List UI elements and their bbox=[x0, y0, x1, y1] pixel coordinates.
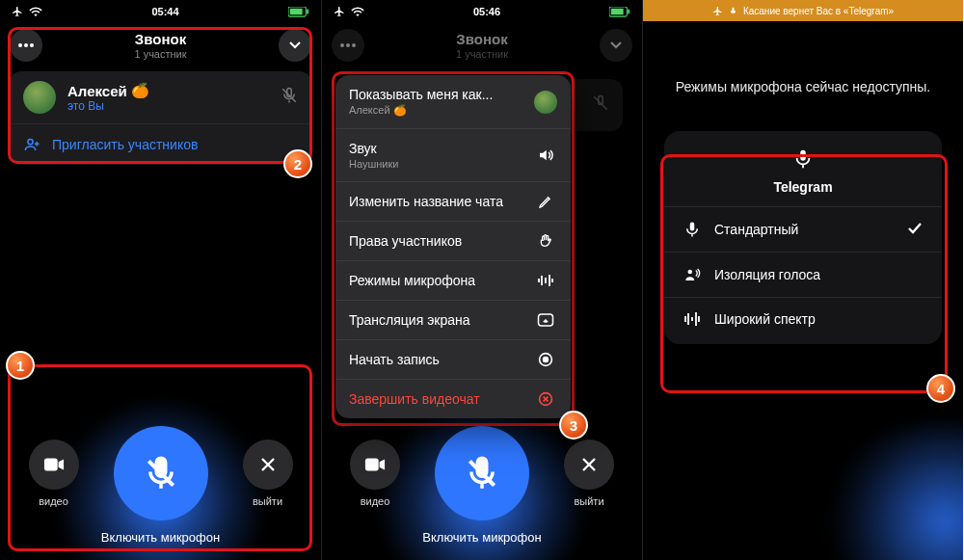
mode-label: Широкий спектр bbox=[714, 311, 816, 327]
svg-point-5 bbox=[30, 43, 34, 47]
battery-icon bbox=[288, 7, 309, 17]
speaker-icon bbox=[534, 147, 557, 164]
menu-rename[interactable]: Изменить название чата bbox=[335, 182, 571, 222]
call-header: Звонок 1 участник bbox=[332, 29, 632, 62]
person-voice-icon bbox=[683, 266, 701, 283]
record-icon bbox=[534, 352, 557, 367]
return-banner[interactable]: Касание вернет Вас в «Telegram» bbox=[643, 0, 963, 21]
mic-modes-unavailable-toast: Режимы микрофона сейчас недоступны. bbox=[643, 21, 963, 114]
phone-screenshot-1: 05:44 Звонок 1 участник Алексей🍊 это Вы bbox=[0, 0, 321, 560]
menu-label: Показывать меня как... bbox=[349, 87, 493, 102]
leave-label: выйти bbox=[574, 495, 603, 507]
invite-label: Пригласить участников bbox=[52, 137, 198, 152]
leave-button[interactable]: выйти bbox=[564, 440, 614, 507]
svg-rect-7 bbox=[43, 459, 57, 471]
call-title: Звонок bbox=[364, 31, 600, 47]
more-button[interactable] bbox=[332, 29, 364, 62]
menu-sound[interactable]: ЗвукНаушники bbox=[335, 129, 571, 182]
check-icon bbox=[907, 222, 923, 238]
participant-emoji: 🍊 bbox=[131, 82, 149, 99]
call-header: Звонок 1 участник bbox=[10, 29, 311, 62]
menu-rights[interactable]: Права участников bbox=[335, 222, 571, 261]
spectrum-icon bbox=[683, 311, 701, 327]
more-menu-popover: Показывать меня как...Алексей 🍊 ЗвукНауш… bbox=[335, 75, 571, 418]
menu-mic-modes[interactable]: Режимы микрофона bbox=[335, 261, 571, 301]
participant-row[interactable]: Алексей🍊 это Вы bbox=[10, 71, 311, 123]
marker-1: 1 bbox=[6, 351, 35, 380]
collapse-button[interactable] bbox=[279, 29, 311, 62]
person-add-icon bbox=[23, 136, 40, 153]
svg-point-4 bbox=[24, 43, 28, 47]
mic-status-label: Включить микрофон bbox=[322, 530, 642, 545]
battery-icon bbox=[609, 7, 630, 17]
marker-4: 4 bbox=[926, 374, 955, 403]
menu-label: Режимы микрофона bbox=[349, 273, 475, 288]
airplane-icon bbox=[712, 6, 723, 16]
controls-area: видео выйти Включить микрофон bbox=[322, 407, 642, 560]
leave-label: выйти bbox=[253, 495, 282, 507]
menu-sublabel: Алексей 🍊 bbox=[349, 104, 493, 117]
menu-end[interactable]: Завершить видеочат bbox=[335, 380, 571, 418]
ellipsis-icon bbox=[17, 43, 35, 47]
mic-glow bbox=[819, 425, 963, 560]
more-button[interactable] bbox=[10, 29, 42, 62]
svg-rect-2 bbox=[307, 9, 308, 13]
collapse-button[interactable] bbox=[600, 29, 632, 62]
marker-3: 3 bbox=[559, 411, 588, 440]
menu-display-as[interactable]: Показывать меня как...Алексей 🍊 bbox=[335, 75, 571, 129]
mic-status-label: Включить микрофон bbox=[0, 530, 321, 545]
menu-label: Звук bbox=[349, 141, 398, 156]
mic-off-icon bbox=[143, 455, 179, 492]
mode-label: Стандартный bbox=[714, 222, 798, 237]
menu-screencast[interactable]: Трансляция экрана bbox=[335, 301, 571, 340]
svg-point-13 bbox=[352, 43, 356, 47]
wifi-icon bbox=[351, 7, 364, 16]
svg-rect-1 bbox=[290, 8, 303, 13]
participant-sub: это Вы bbox=[67, 99, 149, 113]
svg-point-11 bbox=[340, 43, 344, 47]
svg-rect-18 bbox=[365, 459, 379, 471]
mic-icon bbox=[729, 6, 737, 16]
pencil-icon bbox=[534, 194, 557, 209]
video-button[interactable]: видео bbox=[29, 440, 79, 507]
video-label: видео bbox=[39, 495, 68, 507]
mic-button[interactable] bbox=[435, 426, 529, 520]
menu-label: Трансляция экрана bbox=[349, 312, 470, 328]
leave-button[interactable]: выйти bbox=[243, 440, 293, 507]
video-label: видео bbox=[361, 495, 390, 507]
menu-record[interactable]: Начать запись bbox=[335, 340, 571, 380]
participant-name: Алексей bbox=[67, 83, 127, 99]
call-subtitle: 1 участник bbox=[364, 48, 600, 60]
menu-label: Начать запись bbox=[349, 352, 440, 367]
chevron-down-icon bbox=[288, 40, 302, 50]
svg-point-6 bbox=[28, 139, 33, 144]
mic-button[interactable] bbox=[114, 426, 208, 520]
svg-point-12 bbox=[346, 43, 350, 47]
mic-mode-voice-isolation[interactable]: Изоляция голоса bbox=[664, 252, 942, 297]
menu-label: Завершить видеочат bbox=[349, 391, 480, 407]
airplane-icon bbox=[12, 6, 23, 17]
marker-2: 2 bbox=[283, 149, 312, 178]
avatar-icon bbox=[534, 91, 557, 114]
airplane-icon bbox=[334, 6, 345, 17]
menu-label: Права участников bbox=[349, 233, 462, 249]
hand-icon bbox=[534, 233, 557, 249]
mode-label: Изоляция голоса bbox=[714, 267, 820, 282]
waveform-icon bbox=[534, 274, 557, 287]
call-title: Звонок bbox=[42, 31, 279, 47]
screencast-icon bbox=[534, 312, 557, 328]
end-icon bbox=[534, 391, 557, 407]
menu-label: Изменить название чата bbox=[349, 194, 503, 209]
svg-point-19 bbox=[688, 270, 693, 275]
mic-modes-app: Telegram bbox=[664, 179, 942, 195]
call-subtitle: 1 участник bbox=[42, 48, 279, 60]
status-bar: 05:44 bbox=[0, 0, 321, 21]
menu-sublabel: Наушники bbox=[349, 158, 398, 170]
mic-mode-wide-spectrum[interactable]: Широкий спектр bbox=[664, 297, 942, 340]
status-time: 05:44 bbox=[151, 6, 178, 17]
mic-mode-standard[interactable]: Стандартный bbox=[664, 206, 942, 252]
mic-icon bbox=[792, 148, 814, 170]
close-icon bbox=[259, 456, 277, 473]
video-button[interactable]: видео bbox=[350, 440, 400, 507]
invite-row[interactable]: Пригласить участников bbox=[10, 123, 311, 165]
